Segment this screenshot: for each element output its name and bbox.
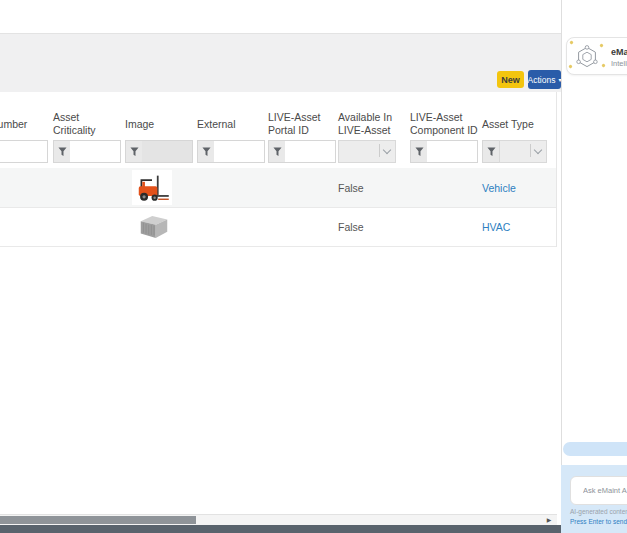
chevron-down-icon [383, 146, 391, 154]
filter-input-asset-criticality[interactable] [70, 140, 121, 163]
emaint-hexagon-logo-icon [575, 45, 599, 69]
filter-input-live-asset-portal-id[interactable] [285, 140, 336, 163]
column-header-available-in-live-asset[interactable]: Available In LIVE-Asset [338, 104, 406, 144]
sparkle-icon [601, 63, 605, 67]
filter-select-asset-type[interactable] [499, 140, 547, 163]
filter-input-external[interactable] [214, 140, 265, 163]
chevron-down-icon [534, 146, 542, 154]
grid-filter-row [0, 140, 557, 161]
assistant-chat-panel: AI-generated content Press Enter to send [561, 465, 627, 533]
column-header-live-asset-component-id[interactable]: LIVE-Asset Component ID [410, 104, 478, 144]
select-divider [379, 144, 380, 157]
cell-available-in-live-asset: False [338, 182, 364, 194]
cell-asset-type-link[interactable]: Vehicle [482, 182, 516, 194]
sparkle-icon [569, 40, 573, 44]
horizontal-scrollbar-thumb[interactable] [0, 516, 196, 524]
sparkle-icon [568, 64, 572, 68]
column-header-number[interactable]: Number [0, 104, 48, 144]
actions-button-label: Actions [528, 75, 556, 85]
column-header-live-asset-portal-id[interactable]: LIVE-Asset Portal ID [268, 104, 336, 144]
filter-input-image-disabled [142, 140, 193, 163]
filter-input-number[interactable] [0, 140, 48, 163]
column-header-asset-type[interactable]: Asset Type [482, 104, 550, 144]
send-hint-text: Press Enter to send [570, 518, 627, 525]
column-header-external[interactable]: External [197, 104, 265, 144]
table-row[interactable]: False HVAC [0, 207, 557, 247]
filter-input-live-asset-component-id[interactable] [427, 140, 478, 163]
cell-asset-type-link[interactable]: HVAC [482, 221, 510, 233]
actions-button[interactable]: Actions ▾ [528, 70, 561, 89]
top-strip [0, 0, 627, 33]
select-divider [530, 144, 531, 157]
assets-grid: Number Asset Criticality Image External … [0, 92, 557, 472]
new-button[interactable]: New [497, 71, 524, 88]
cell-available-in-live-asset: False [338, 221, 364, 233]
brand-subtitle: Intelligent [611, 59, 627, 68]
asset-image-forklift[interactable] [132, 170, 172, 205]
assistant-suggestion-chip[interactable] [563, 442, 627, 456]
asset-image-hvac[interactable] [137, 210, 170, 242]
table-row[interactable]: False Vehicle [0, 168, 557, 208]
toolbar: New Actions ▾ Saved views Filter: [Asset… [0, 33, 561, 92]
filter-select-available-in-live-asset[interactable] [338, 140, 396, 163]
ask-emaint-ai-input[interactable] [570, 476, 627, 505]
ai-disclaimer-text: AI-generated content [570, 508, 627, 515]
column-header-asset-criticality[interactable]: Asset Criticality [53, 104, 121, 144]
sparkle-icon [599, 43, 603, 47]
grid-right-border [556, 92, 557, 247]
scroll-right-icon[interactable]: ▶ [543, 514, 555, 525]
column-header-image[interactable]: Image [125, 104, 193, 144]
emaint-ai-brand-card[interactable]: eMaint AI Intelligent [566, 37, 627, 75]
window-bottom-edge [0, 525, 561, 533]
brand-title: eMaint AI [611, 47, 627, 57]
